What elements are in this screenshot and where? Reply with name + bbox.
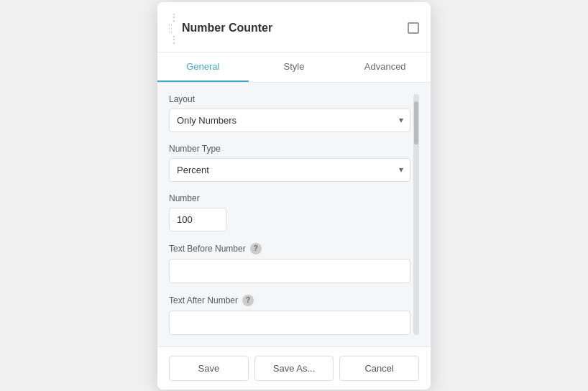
layout-label: Layout [169, 94, 410, 104]
content-area: Layout Only Numbers Text Before Number T… [157, 83, 431, 346]
cancel-button[interactable]: Cancel [339, 356, 419, 381]
text-after-group: Text After Number ? [169, 295, 410, 335]
number-group: Number [169, 193, 410, 231]
tab-advanced[interactable]: Advanced [339, 52, 431, 82]
form-area: Layout Only Numbers Text Before Number T… [169, 94, 410, 335]
text-before-help-icon[interactable]: ? [250, 243, 262, 254]
footer: Save Save As... Cancel [157, 346, 431, 390]
title-bar: Number Counter [157, 2, 431, 52]
dialog: Number Counter General Style Advanced La… [157, 2, 431, 390]
drag-handle-icon [169, 12, 172, 45]
layout-group: Layout Only Numbers Text Before Number T… [169, 94, 410, 132]
layout-select[interactable]: Only Numbers Text Before Number Text Aft… [169, 109, 410, 132]
tab-general[interactable]: General [157, 52, 249, 82]
text-before-label: Text Before Number [169, 244, 246, 254]
text-after-label-row: Text After Number ? [169, 295, 410, 306]
text-before-input[interactable] [169, 259, 410, 283]
maximize-icon[interactable] [408, 22, 419, 34]
scrollbar-track [413, 94, 419, 335]
text-after-input[interactable] [169, 310, 410, 335]
text-before-label-row: Text Before Number ? [169, 243, 410, 254]
number-type-select[interactable]: Percent Number Currency [169, 158, 410, 182]
number-type-label: Number Type [169, 144, 410, 154]
title-bar-left: Number Counter [169, 12, 272, 45]
tab-style[interactable]: Style [249, 52, 340, 82]
text-before-group: Text Before Number ? [169, 243, 410, 283]
save-button[interactable]: Save [169, 356, 249, 381]
save-as-button[interactable]: Save As... [254, 356, 334, 381]
number-type-select-wrapper: Percent Number Currency ▾ [169, 158, 410, 182]
layout-select-wrapper: Only Numbers Text Before Number Text Aft… [169, 109, 410, 132]
text-after-help-icon[interactable]: ? [242, 295, 254, 306]
scrollbar-thumb[interactable] [414, 101, 418, 144]
tabs: General Style Advanced [157, 52, 431, 83]
text-after-label: Text After Number [169, 295, 238, 305]
number-input[interactable] [169, 208, 226, 231]
dialog-title: Number Counter [182, 22, 272, 34]
number-label: Number [169, 193, 410, 203]
number-type-group: Number Type Percent Number Currency ▾ [169, 144, 410, 182]
